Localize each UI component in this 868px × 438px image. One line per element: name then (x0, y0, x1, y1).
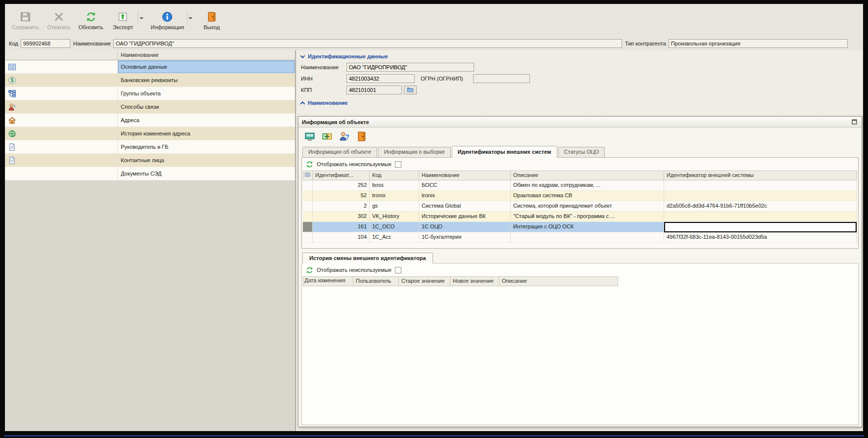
sections-panel-header: Наименование (5, 50, 295, 60)
sidebar-item-edm-documents[interactable]: Документы СЭД (5, 167, 295, 180)
column-header-name[interactable]: Наименование (419, 171, 511, 180)
table-row-selected[interactable]: 161 1C_OCO 1С ОЦО Интеграция с ОЦО ОСК (303, 222, 857, 232)
column-header-description[interactable]: Описание (511, 171, 664, 180)
column-header-identifier[interactable]: Идентификат... (313, 171, 370, 180)
column-header-old-value[interactable]: Старое значение (399, 276, 450, 286)
save-button[interactable]: Сохранить (10, 10, 41, 32)
save-icon (20, 11, 31, 22)
window-bottom-accent (4, 435, 864, 437)
sidebar-item-contact-methods[interactable]: Способы связи (5, 100, 295, 114)
close-card-icon[interactable] (356, 131, 367, 142)
export-button-label: Экспорт (113, 24, 133, 30)
user-search-icon[interactable]: ? (339, 131, 350, 142)
chevron-down-icon (140, 17, 144, 21)
inn-label: ИНН (301, 74, 313, 82)
tab-identifier-history[interactable]: История смены внешнего идентификатора (302, 253, 433, 263)
section-naming[interactable]: Наименование (297, 98, 863, 108)
refresh-button-label: Обновить (79, 24, 103, 30)
sidebar-item-object-groups[interactable]: Группы объекта (5, 87, 295, 100)
tab-selection-info[interactable]: Информация о выборке (378, 147, 451, 157)
detail-name-input[interactable] (346, 63, 474, 72)
object-groups-icon (8, 89, 16, 98)
identifiers-options-row: Отображать неиспользуемые (302, 158, 858, 171)
column-header-external-id[interactable]: Идентификатор внешней системы (664, 171, 857, 180)
external-id-editor-input[interactable] (664, 222, 857, 232)
table-row[interactable]: 104 1C_Acc 1С-бухгалтерия 4967f32f-683c-… (303, 232, 857, 243)
show-unused-label: Отображать неиспользуемые (317, 267, 391, 273)
sidebar-item-bank-details[interactable]: $ Банковские реквизиты (5, 74, 295, 87)
column-header-change-date[interactable]: Дата изменения (303, 276, 353, 286)
kpp-label: КПП (301, 86, 312, 93)
ogrn-label: ОГРН (ОГРНИП) (421, 74, 463, 82)
show-unused-checkbox[interactable] (395, 267, 401, 273)
info-dropdown-button[interactable] (187, 11, 194, 26)
bank-details-icon: $ (8, 76, 16, 85)
document-icon (8, 143, 16, 151)
inn-input[interactable] (346, 74, 415, 83)
linked-objects-icon[interactable] (322, 131, 333, 142)
sidebar-item-address-history[interactable]: История изменения адреса (5, 127, 295, 140)
exit-button-label: Выход (203, 24, 220, 30)
dialog-title: Информация об объекте (302, 119, 369, 125)
name-column-header[interactable]: Наименование (118, 50, 295, 60)
exit-button[interactable]: Выход (198, 10, 226, 32)
kpp-input[interactable] (346, 86, 402, 94)
tab-object-info[interactable]: Информация об объекте (302, 147, 377, 157)
column-header-code[interactable]: Код (370, 171, 419, 180)
dialog-title-bar[interactable]: Информация об объекте (298, 117, 862, 128)
document-icon (8, 156, 16, 165)
table-row[interactable]: 52 tronix tronix Оракловая система СВ (303, 191, 857, 201)
maximize-button[interactable] (851, 119, 858, 125)
export-button[interactable]: Экспорт (109, 10, 137, 32)
save-button-label: Сохранить (12, 24, 39, 30)
revert-button[interactable]: Откатить (45, 10, 73, 32)
section-identification-data[interactable]: Идентификационные данные (297, 51, 863, 61)
sidebar-item-contact-persons[interactable]: Контактные лица (5, 154, 295, 167)
dialog-toolbar: ? (298, 128, 862, 145)
tab-oco-statuses[interactable]: Статусы ОЦО (558, 147, 605, 157)
show-unused-checkbox[interactable] (395, 161, 401, 168)
code-input[interactable] (21, 39, 70, 48)
refresh-icon (86, 11, 96, 22)
sidebar-item-manager[interactable]: Руководитель и ГБ (5, 140, 295, 154)
code-label: Код (9, 41, 18, 46)
refresh-button[interactable]: Обновить (77, 10, 105, 32)
export-dropdown-button[interactable] (138, 11, 145, 26)
counterparty-type-label: Тип контрагента (625, 41, 666, 46)
main-data-icon (8, 63, 16, 71)
identifiers-table-body: 252 boss БОСС Обмен по кадрам, сотрудник… (303, 180, 857, 243)
name-label: Наименование (73, 41, 111, 46)
app-window: Сохранить Откатить Обновить Экспорт (5, 4, 863, 431)
object-card-icon[interactable] (304, 131, 315, 142)
info-button[interactable]: Информация (148, 10, 186, 32)
table-row[interactable]: 2 gs Система Global Система, которой при… (303, 201, 857, 212)
refresh-icon[interactable] (306, 266, 313, 274)
name-input[interactable] (113, 39, 622, 48)
column-header-new-value[interactable]: Новое значение (450, 276, 499, 286)
row-selector-column-header[interactable] (303, 171, 313, 180)
object-info-dialog: Информация об объекте ? Информация об об… (298, 116, 862, 427)
tab-external-identifiers[interactable]: Идентификаторы внешних систем (452, 146, 557, 158)
sections-panel: Наименование Основные данные $ Банковски… (5, 50, 296, 431)
column-header-description[interactable]: Описание (499, 276, 618, 286)
address-history-icon (8, 130, 16, 138)
refresh-icon[interactable] (306, 161, 313, 168)
kpp-lookup-button[interactable] (404, 86, 417, 94)
sidebar-item-addresses[interactable]: Адреса (5, 114, 295, 127)
sidebar-item-main-data[interactable]: Основные данные (5, 60, 295, 74)
contact-methods-icon (8, 103, 16, 111)
chevron-down-icon (300, 53, 305, 58)
table-row[interactable]: 302 VK_History Исторические данные ВК "С… (303, 212, 857, 222)
icon-column-header[interactable] (5, 50, 118, 60)
counterparty-type-input[interactable] (669, 39, 848, 48)
section-title: Идентификационные данные (308, 53, 388, 59)
main-toolbar: Сохранить Откатить Обновить Экспорт (10, 10, 226, 36)
exit-icon (206, 11, 217, 22)
folder-icon (407, 86, 414, 94)
column-header-user[interactable]: Пользователь (353, 276, 399, 286)
show-unused-label: Отображать неиспользуемые (317, 161, 391, 167)
table-row[interactable]: 252 boss БОСС Обмен по кадрам, сотрудник… (303, 180, 857, 191)
section-title: Наименование (308, 100, 348, 106)
ogrn-input[interactable] (473, 74, 530, 83)
record-field-bar: Код Наименование Тип контрагента (6, 38, 862, 49)
